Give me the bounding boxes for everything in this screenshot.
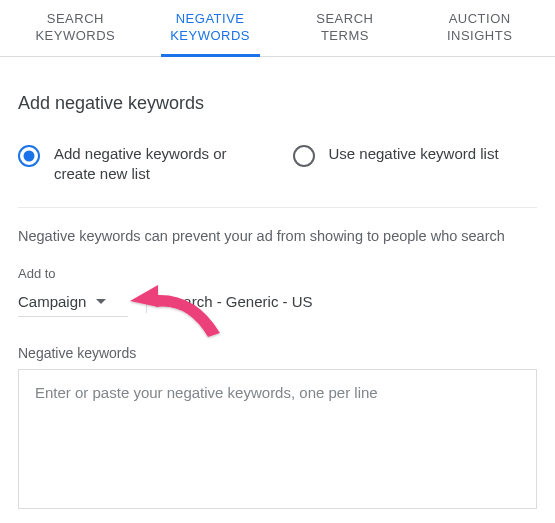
scope-value: Campaign: [18, 293, 86, 310]
add-to-row: Campaign Search - Generic - US: [18, 289, 537, 317]
add-to-section: Add to Campaign Search - Generic - US: [18, 266, 537, 317]
scope-dropdown[interactable]: Campaign: [18, 289, 128, 317]
tab-auction-insights[interactable]: AUCTION INSIGHTS: [412, 0, 547, 56]
radio-button-icon: [293, 145, 315, 167]
chevron-down-icon: [96, 299, 106, 304]
tab-label: SEARCH KEYWORDS: [35, 11, 115, 45]
negative-keywords-input[interactable]: [18, 369, 537, 509]
tab-label: SEARCH TERMS: [316, 11, 373, 45]
tab-search-keywords[interactable]: SEARCH KEYWORDS: [8, 0, 143, 56]
radio-label: Use negative keyword list: [329, 144, 499, 164]
target-name[interactable]: Search - Generic - US: [165, 293, 313, 313]
negative-keywords-label: Negative keywords: [18, 345, 537, 361]
radio-add-new[interactable]: Add negative keywords or create new list: [18, 144, 263, 185]
tab-negative-keywords[interactable]: NEGATIVE KEYWORDS: [143, 0, 278, 56]
tab-search-terms[interactable]: SEARCH TERMS: [278, 0, 413, 56]
radio-use-list[interactable]: Use negative keyword list: [293, 144, 538, 185]
content-area: Add negative keywords Add negative keywo…: [0, 57, 555, 513]
radio-group: Add negative keywords or create new list…: [18, 144, 537, 208]
radio-button-icon: [18, 145, 40, 167]
radio-label: Add negative keywords or create new list: [54, 144, 244, 185]
helper-text: Negative keywords can prevent your ad fr…: [18, 228, 537, 244]
tab-label: NEGATIVE KEYWORDS: [170, 11, 250, 45]
tab-label: AUCTION INSIGHTS: [447, 11, 512, 45]
page-title: Add negative keywords: [18, 93, 537, 114]
tabs-bar: SEARCH KEYWORDS NEGATIVE KEYWORDS SEARCH…: [0, 0, 555, 57]
divider: [146, 293, 147, 313]
add-to-label: Add to: [18, 266, 537, 281]
